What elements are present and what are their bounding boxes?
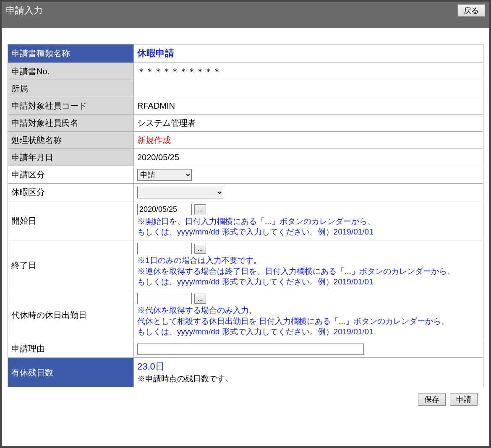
value-form-type: 休暇申請 bbox=[137, 48, 174, 58]
substitute-help1: ※代休を取得する場合のみ入力。 bbox=[137, 305, 480, 316]
substitute-help3: もしくは、yyyy/mm/dd 形式で入力してください。例）2019/01/01 bbox=[137, 326, 480, 337]
end-date-help2: ※連休を取得する場合は終了日を、日付入力欄横にある「...」ボタンのカレンダーか… bbox=[137, 266, 480, 277]
label-form-no: 申請書No. bbox=[8, 63, 134, 80]
leave-type-select[interactable] bbox=[137, 187, 223, 198]
footer-actions: 保存 申請 bbox=[8, 387, 483, 406]
end-date-calendar-button[interactable]: ... bbox=[194, 244, 206, 254]
substitute-date-calendar-button[interactable]: ... bbox=[194, 294, 206, 304]
label-substitute-date: 代休時の休日出勤日 bbox=[8, 290, 134, 340]
label-start-date: 開始日 bbox=[8, 201, 134, 240]
label-leave-type: 休暇区分 bbox=[8, 183, 134, 201]
value-emp-name: システム管理者 bbox=[134, 114, 483, 131]
value-department bbox=[134, 80, 483, 97]
end-date-help1: ※1日のみの場合は入力不要です。 bbox=[137, 255, 480, 266]
save-button[interactable]: 保存 bbox=[418, 393, 446, 406]
remaining-note: ※申請時点の残日数です。 bbox=[137, 373, 480, 385]
start-date-input[interactable] bbox=[137, 204, 192, 215]
label-app-type: 申請区分 bbox=[8, 166, 134, 183]
start-date-help2: もしくは、yyyy/mm/dd 形式で入力してください。例）2019/01/01 bbox=[137, 227, 480, 237]
value-form-no: ＊＊＊＊＊＊＊＊＊＊ bbox=[134, 63, 483, 80]
label-remaining: 有休残日数 bbox=[8, 357, 134, 387]
end-date-input[interactable] bbox=[137, 243, 192, 254]
value-status: 新規作成 bbox=[137, 135, 171, 145]
label-emp-code: 申請対象社員コード bbox=[8, 97, 134, 114]
substitute-date-input[interactable] bbox=[137, 293, 192, 304]
label-form-type: 申請書種類名称 bbox=[8, 44, 134, 63]
substitute-help2: 代休として相殺する休日出勤日を 日付入力欄横にある「...」ボタンのカレンダーか… bbox=[137, 316, 480, 327]
label-reason: 申請理由 bbox=[8, 340, 134, 357]
label-status: 処理状態名称 bbox=[8, 131, 134, 148]
value-remaining: 23.0日 bbox=[137, 360, 480, 373]
application-form-table: 申請書種類名称 休暇申請 申請書No. ＊＊＊＊＊＊＊＊＊＊ 所属 申請対象社員… bbox=[8, 44, 483, 387]
submit-button[interactable]: 申請 bbox=[450, 393, 478, 406]
label-end-date: 終了日 bbox=[8, 240, 134, 290]
label-emp-name: 申請対象社員氏名 bbox=[8, 114, 134, 131]
header-bar: 申請入力 戻る bbox=[2, 2, 489, 28]
reason-input[interactable] bbox=[137, 344, 364, 355]
form-content: 申請書種類名称 休暇申請 申請書No. ＊＊＊＊＊＊＊＊＊＊ 所属 申請対象社員… bbox=[2, 28, 489, 412]
end-date-help3: もしくは、yyyy/mm/dd 形式で入力してください。例）2019/01/01 bbox=[137, 276, 480, 287]
start-date-help1: ※開始日を、日付入力欄横にある「...」ボタンのカレンダーから、 bbox=[137, 216, 480, 227]
back-button[interactable]: 戻る bbox=[457, 4, 485, 17]
label-app-date: 申請年月日 bbox=[8, 148, 134, 166]
value-emp-code: RFADMIN bbox=[134, 97, 483, 114]
value-app-date: 2020/05/25 bbox=[134, 148, 483, 166]
page-title: 申請入力 bbox=[6, 4, 43, 17]
start-date-calendar-button[interactable]: ... bbox=[194, 204, 206, 214]
app-type-select[interactable]: 申請 bbox=[137, 169, 192, 181]
label-department: 所属 bbox=[8, 80, 134, 97]
